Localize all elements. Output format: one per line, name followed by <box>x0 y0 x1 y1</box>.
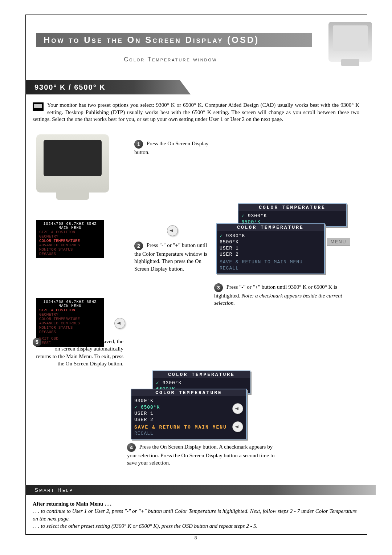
page-title-bar: How to Use the On Screen Display (OSD) <box>36 33 312 47</box>
arrow-icon <box>167 225 178 236</box>
osd-header: COLOR TEMPERATURE <box>217 224 324 231</box>
mm-item: SIZE & POSITION <box>39 308 101 312</box>
mm-item: COLOR TEMPERATURE <box>39 239 101 243</box>
arrow-icon <box>232 421 243 432</box>
main-menu-title2: MAIN MENU <box>39 304 101 308</box>
step-3-badge: 3 <box>214 283 223 292</box>
osd-color-temp-front: COLOR TEMPERATURE 9300°K 6500°K USER 1 U… <box>216 223 325 274</box>
osd-9300: 9300°K <box>156 380 247 386</box>
osd-header: COLOR TEMPERATURE <box>238 204 346 211</box>
mm-item: ADVANCED CONTROLS <box>39 243 101 247</box>
step-3: 3 Press "-" or "+" button until 9300° K … <box>214 283 345 307</box>
mm-item: MONITOR STATUS <box>39 247 101 252</box>
monitor-illustration-icon <box>328 22 372 62</box>
mm-item: COLOR TEMPERATURE <box>39 317 101 321</box>
smart-help-line1: . . . to continue to User 1 or User 2, p… <box>33 508 357 521</box>
mm-item: DEGAUSS <box>39 330 101 334</box>
section-heading-text: 9300° K / 6500° K <box>34 83 106 91</box>
smart-help-body: After returning to Main Menu . . . . . .… <box>33 500 359 530</box>
step-5-text: After the preset setting is saved, the o… <box>36 339 123 366</box>
osd-user1: USER 1 <box>134 410 243 417</box>
osd-9300: 9300°K <box>220 232 321 239</box>
main-menu-res2: 1024x768 68.7KHZ 85HZ <box>39 300 101 304</box>
page-title: How to Use the On Screen Display (OSD) <box>44 35 259 45</box>
osd-recall: RECALL <box>134 430 243 437</box>
step-4-text: Press the On Screen Display button. A ch… <box>127 444 275 466</box>
osd-user1: USER 1 <box>220 245 321 251</box>
step-4-badge: 4 <box>127 443 136 452</box>
mm-item: ADVANCED CONTROLS <box>39 321 101 325</box>
crt-monitor-illustration <box>36 134 109 193</box>
smart-help-banner: Smart Help <box>25 485 376 495</box>
step-3-text: Press "-" or "+" button until 9300° K or… <box>214 284 342 306</box>
mm-item: DEGAUSS <box>39 252 101 256</box>
osd-color-temp-mid-front: COLOR TEMPERATURE 9300°K 6500°K USER 1 U… <box>131 389 247 439</box>
osd-header: COLOR TEMPERATURE <box>153 371 250 378</box>
step-1-text: Press the On Screen Display button. <box>134 141 209 155</box>
crt-screen <box>44 140 102 176</box>
crt-base <box>56 190 89 200</box>
osd-6500: 6500°K <box>220 239 321 245</box>
intro-text: Your monitor has two preset options you … <box>33 102 359 122</box>
main-menu-res: 1024x768 68.7KHZ 85HZ <box>39 222 101 226</box>
intro-paragraph: Your monitor has two preset options you … <box>33 102 359 123</box>
diagram-area: 1 Press the On Screen Display button. 10… <box>25 131 367 509</box>
step-1-badge: 1 <box>134 140 143 149</box>
step-1: 1 Press the On Screen Display button. <box>134 140 214 156</box>
osd-save: SAVE & RETURN TO MAIN MENU <box>134 424 243 430</box>
osd-user2: USER 2 <box>220 251 321 258</box>
step-2-text: Press "-" or "+" button until the Color … <box>134 242 207 272</box>
osd-6500: 6500°K <box>134 404 243 410</box>
osd-main-menu-upper: 1024x768 68.7KHZ 85HZ MAIN MENU SIZE & P… <box>36 220 104 258</box>
mm-item: SIZE & POSITION <box>39 230 101 234</box>
osd-recall: RECALL <box>220 265 321 271</box>
page-subtitle: Color Temperature window <box>36 56 305 63</box>
step-2-badge: 2 <box>134 242 143 250</box>
arrow-icon <box>114 318 125 329</box>
osd-9300: 9300°K <box>134 398 243 404</box>
step-5-badge: 5 <box>33 338 41 347</box>
osd-menu-button: MENU <box>327 238 350 246</box>
osd-user2: USER 2 <box>134 417 243 423</box>
mm-item: MONITOR STATUS <box>39 325 101 330</box>
smart-help-line2: . . . to select the other preset setting… <box>33 523 257 529</box>
mm-item: GEOMETRY <box>39 234 101 239</box>
smart-help-heading: After returning to Main Menu . . . <box>33 501 111 507</box>
main-menu-title: MAIN MENU <box>39 226 101 230</box>
osd-9300: 9300°K <box>241 212 343 219</box>
osd-header: COLOR TEMPERATURE <box>131 389 246 396</box>
step-5: 5 After the preset setting is saved, the… <box>33 338 123 367</box>
mm-item: GEOMETRY <box>39 312 101 317</box>
page-number: 8 <box>0 535 392 540</box>
step-4: 4 Press the On Screen Display button. A … <box>127 443 279 467</box>
smart-help-title: Smart Help <box>34 487 73 493</box>
osd-save: SAVE & RETURN TO MAIN MENU <box>220 259 321 265</box>
preset-icon <box>33 102 44 111</box>
step-2: 2 Press "-" or "+" button until the Colo… <box>134 242 211 272</box>
section-heading: 9300° K / 6500° K <box>25 80 180 94</box>
arrow-icon <box>232 403 243 414</box>
